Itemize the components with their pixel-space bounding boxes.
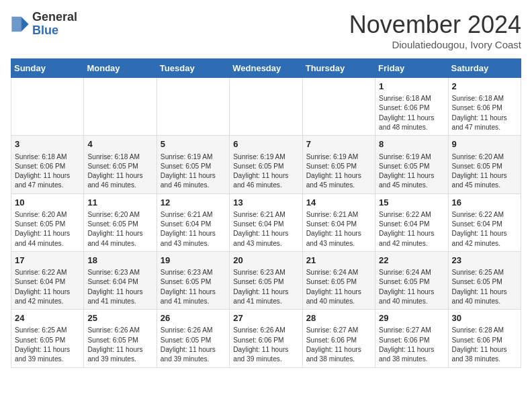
day-info: Sunrise: 6:26 AMSunset: 6:05 PMDaylight:… bbox=[161, 326, 226, 364]
calendar-cell: 18Sunrise: 6:23 AMSunset: 6:04 PMDayligh… bbox=[84, 251, 157, 309]
calendar-cell bbox=[84, 78, 157, 136]
day-info: Sunrise: 6:20 AMSunset: 6:05 PMDaylight:… bbox=[452, 152, 517, 191]
day-number: 9 bbox=[452, 138, 517, 150]
day-number: 19 bbox=[161, 255, 226, 267]
week-row-1: 1Sunrise: 6:18 AMSunset: 6:06 PMDaylight… bbox=[11, 78, 521, 136]
day-info: Sunrise: 6:20 AMSunset: 6:05 PMDaylight:… bbox=[87, 210, 152, 248]
week-row-3: 10Sunrise: 6:20 AMSunset: 6:05 PMDayligh… bbox=[11, 193, 521, 251]
calendar-cell: 23Sunrise: 6:25 AMSunset: 6:05 PMDayligh… bbox=[448, 251, 521, 309]
day-number: 13 bbox=[233, 197, 298, 209]
day-number: 22 bbox=[379, 255, 444, 267]
day-number: 2 bbox=[452, 81, 517, 93]
day-number: 10 bbox=[15, 197, 80, 209]
day-info: Sunrise: 6:27 AMSunset: 6:06 PMDaylight:… bbox=[379, 326, 444, 364]
day-info: Sunrise: 6:25 AMSunset: 6:05 PMDaylight:… bbox=[15, 326, 80, 364]
calendar-cell: 25Sunrise: 6:26 AMSunset: 6:05 PMDayligh… bbox=[84, 310, 157, 367]
day-info: Sunrise: 6:25 AMSunset: 6:05 PMDaylight:… bbox=[452, 268, 517, 306]
day-number: 3 bbox=[15, 138, 80, 150]
day-info: Sunrise: 6:19 AMSunset: 6:05 PMDaylight:… bbox=[161, 152, 226, 191]
day-number: 20 bbox=[233, 255, 298, 267]
calendar-cell: 6Sunrise: 6:19 AMSunset: 6:05 PMDaylight… bbox=[230, 136, 302, 193]
day-number: 5 bbox=[161, 138, 226, 150]
day-info: Sunrise: 6:23 AMSunset: 6:05 PMDaylight:… bbox=[233, 268, 298, 306]
calendar-cell: 5Sunrise: 6:19 AMSunset: 6:05 PMDaylight… bbox=[157, 136, 229, 193]
day-number: 29 bbox=[379, 312, 444, 324]
calendar-cell: 21Sunrise: 6:24 AMSunset: 6:05 PMDayligh… bbox=[302, 251, 375, 309]
day-number: 23 bbox=[452, 255, 517, 267]
calendar-cell: 13Sunrise: 6:21 AMSunset: 6:04 PMDayligh… bbox=[230, 193, 302, 251]
day-number: 27 bbox=[233, 312, 298, 324]
day-number: 28 bbox=[306, 312, 371, 324]
calendar-cell: 20Sunrise: 6:23 AMSunset: 6:05 PMDayligh… bbox=[230, 251, 302, 309]
logo-text: General Blue bbox=[32, 11, 77, 38]
calendar-cell: 1Sunrise: 6:18 AMSunset: 6:06 PMDaylight… bbox=[375, 78, 448, 136]
calendar-cell: 10Sunrise: 6:20 AMSunset: 6:05 PMDayligh… bbox=[11, 193, 84, 251]
calendar-cell: 30Sunrise: 6:28 AMSunset: 6:06 PMDayligh… bbox=[448, 310, 521, 367]
day-number: 11 bbox=[87, 197, 152, 209]
day-info: Sunrise: 6:21 AMSunset: 6:04 PMDaylight:… bbox=[233, 210, 298, 248]
day-number: 12 bbox=[161, 197, 226, 209]
day-number: 7 bbox=[306, 138, 371, 150]
day-info: Sunrise: 6:19 AMSunset: 6:05 PMDaylight:… bbox=[233, 152, 298, 191]
day-number: 6 bbox=[233, 138, 298, 150]
day-number: 25 bbox=[87, 312, 152, 324]
day-number: 21 bbox=[306, 255, 371, 267]
day-number: 15 bbox=[379, 197, 444, 209]
page-header: General Blue November 2024 Dioulatiedoug… bbox=[11, 11, 521, 50]
calendar-cell: 9Sunrise: 6:20 AMSunset: 6:05 PMDaylight… bbox=[448, 136, 521, 193]
day-info: Sunrise: 6:19 AMSunset: 6:05 PMDaylight:… bbox=[306, 152, 371, 191]
calendar-cell: 7Sunrise: 6:19 AMSunset: 6:05 PMDaylight… bbox=[302, 136, 375, 193]
day-info: Sunrise: 6:19 AMSunset: 6:05 PMDaylight:… bbox=[379, 152, 444, 191]
day-info: Sunrise: 6:18 AMSunset: 6:05 PMDaylight:… bbox=[87, 152, 152, 191]
calendar-table: SundayMondayTuesdayWednesdayThursdayFrid… bbox=[11, 58, 521, 368]
calendar-cell: 27Sunrise: 6:26 AMSunset: 6:06 PMDayligh… bbox=[230, 310, 302, 367]
day-info: Sunrise: 6:18 AMSunset: 6:06 PMDaylight:… bbox=[452, 94, 517, 132]
col-header-tuesday: Tuesday bbox=[157, 59, 229, 78]
calendar-cell: 29Sunrise: 6:27 AMSunset: 6:06 PMDayligh… bbox=[375, 310, 448, 367]
calendar-cell bbox=[157, 78, 229, 136]
day-info: Sunrise: 6:27 AMSunset: 6:06 PMDaylight:… bbox=[306, 326, 371, 364]
day-info: Sunrise: 6:21 AMSunset: 6:04 PMDaylight:… bbox=[306, 210, 371, 248]
calendar-cell: 17Sunrise: 6:22 AMSunset: 6:04 PMDayligh… bbox=[11, 251, 84, 309]
day-info: Sunrise: 6:21 AMSunset: 6:04 PMDaylight:… bbox=[161, 210, 226, 248]
day-number: 17 bbox=[15, 255, 80, 267]
day-info: Sunrise: 6:18 AMSunset: 6:06 PMDaylight:… bbox=[15, 152, 80, 191]
day-number: 14 bbox=[306, 197, 371, 209]
day-number: 24 bbox=[15, 312, 80, 324]
day-number: 16 bbox=[452, 197, 517, 209]
calendar-cell bbox=[302, 78, 375, 136]
calendar-cell: 28Sunrise: 6:27 AMSunset: 6:06 PMDayligh… bbox=[302, 310, 375, 367]
day-number: 8 bbox=[379, 138, 444, 150]
day-info: Sunrise: 6:20 AMSunset: 6:05 PMDaylight:… bbox=[15, 210, 80, 248]
svg-rect-2 bbox=[11, 17, 21, 32]
day-number: 4 bbox=[87, 138, 152, 150]
day-info: Sunrise: 6:23 AMSunset: 6:05 PMDaylight:… bbox=[161, 268, 226, 306]
calendar-cell bbox=[11, 78, 84, 136]
day-info: Sunrise: 6:24 AMSunset: 6:05 PMDaylight:… bbox=[306, 268, 371, 306]
day-info: Sunrise: 6:23 AMSunset: 6:04 PMDaylight:… bbox=[87, 268, 152, 306]
logo-blue: Blue bbox=[32, 24, 58, 37]
month-title: November 2024 bbox=[349, 11, 521, 39]
day-info: Sunrise: 6:26 AMSunset: 6:05 PMDaylight:… bbox=[87, 326, 152, 364]
col-header-sunday: Sunday bbox=[11, 59, 84, 78]
col-header-monday: Monday bbox=[84, 59, 157, 78]
logo-general: General bbox=[32, 10, 77, 24]
calendar-cell: 15Sunrise: 6:22 AMSunset: 6:04 PMDayligh… bbox=[375, 193, 448, 251]
title-block: November 2024 Dioulatiedougou, Ivory Coa… bbox=[349, 11, 521, 50]
calendar-cell: 3Sunrise: 6:18 AMSunset: 6:06 PMDaylight… bbox=[11, 136, 84, 193]
calendar-cell: 24Sunrise: 6:25 AMSunset: 6:05 PMDayligh… bbox=[11, 310, 84, 367]
day-info: Sunrise: 6:18 AMSunset: 6:06 PMDaylight:… bbox=[379, 94, 444, 132]
calendar-cell: 2Sunrise: 6:18 AMSunset: 6:06 PMDaylight… bbox=[448, 78, 521, 136]
location: Dioulatiedougou, Ivory Coast bbox=[349, 39, 521, 50]
calendar-header-row: SundayMondayTuesdayWednesdayThursdayFrid… bbox=[11, 59, 521, 78]
day-number: 30 bbox=[452, 312, 517, 324]
logo: General Blue bbox=[11, 11, 77, 38]
week-row-2: 3Sunrise: 6:18 AMSunset: 6:06 PMDaylight… bbox=[11, 136, 521, 193]
calendar-cell: 19Sunrise: 6:23 AMSunset: 6:05 PMDayligh… bbox=[157, 251, 229, 309]
col-header-wednesday: Wednesday bbox=[230, 59, 302, 78]
day-number: 1 bbox=[379, 81, 444, 93]
week-row-4: 17Sunrise: 6:22 AMSunset: 6:04 PMDayligh… bbox=[11, 251, 521, 309]
col-header-saturday: Saturday bbox=[448, 59, 521, 78]
day-info: Sunrise: 6:22 AMSunset: 6:04 PMDaylight:… bbox=[15, 268, 80, 306]
calendar-cell: 11Sunrise: 6:20 AMSunset: 6:05 PMDayligh… bbox=[84, 193, 157, 251]
